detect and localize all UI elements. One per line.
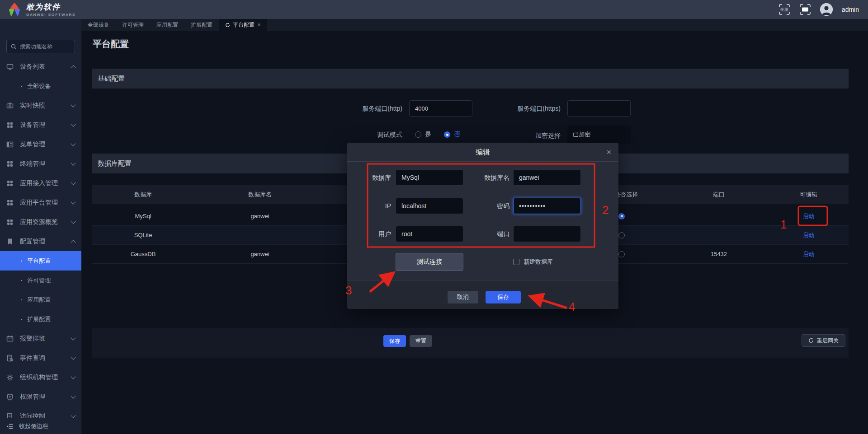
sidebar-item-app-platform-management[interactable]: 应用平台管理	[0, 193, 81, 212]
radio-unselected-icon	[415, 131, 421, 138]
col-header-db: 数据库	[92, 191, 194, 199]
checkbox-unchecked-icon	[513, 259, 519, 265]
sidebar-item-menu-management[interactable]: 菜单管理	[0, 135, 81, 154]
fullscreen-icon[interactable]: 全屏	[778, 4, 790, 15]
sidebar-item-realtime-snapshot[interactable]: 实时快照	[0, 96, 81, 115]
sidebar-item-alarm-schedule[interactable]: 报警排班	[0, 329, 81, 348]
sidebar-item-permission-management[interactable]: 权限管理	[0, 387, 81, 406]
dialog-save-button[interactable]: 保存	[486, 291, 521, 303]
collapse-sidebar-button[interactable]: 收起侧边栏	[0, 418, 81, 434]
grid-icon	[6, 219, 14, 226]
sidebar-menu: 设备列表 全部设备 实时快照 设备管理 菜单管理 终端管理 应用接入管理 应用平…	[0, 57, 81, 426]
https-port-input[interactable]	[567, 100, 631, 117]
sidebar-item-device-list[interactable]: 设备列表	[0, 57, 81, 76]
col-header-editable: 可编辑	[769, 191, 849, 199]
monitor-icon	[6, 63, 14, 70]
encrypt-select-label: 加密选择	[470, 126, 561, 145]
db-field-input[interactable]	[396, 169, 463, 186]
test-connection-button[interactable]: 测试连接	[396, 253, 463, 271]
row-radio-selected-icon[interactable]	[618, 213, 625, 219]
radio-selected-icon	[444, 131, 450, 138]
dialog-title: 编辑	[347, 143, 618, 162]
chevron-down-icon	[71, 374, 75, 379]
db-field-label: 数据库	[350, 169, 391, 186]
restart-icon	[808, 338, 814, 343]
start-link[interactable]: 启动	[803, 213, 815, 219]
tab-bar: 全部设备 许可管理 应用配置 扩展配置 平台配置 ×	[81, 19, 868, 31]
brand-subtitle: GANWEI SOFTWARE	[26, 13, 76, 17]
debug-yes-radio[interactable]: 是	[415, 131, 431, 139]
save-button[interactable]: 保存	[383, 335, 406, 347]
search-input[interactable]	[20, 43, 71, 50]
tab-all-devices[interactable]: 全部设备	[81, 19, 116, 31]
tab-close-icon[interactable]: ×	[257, 19, 261, 31]
dialog-footer: 取消 保存	[347, 280, 618, 309]
sidebar-item-event-query[interactable]: 事件查询	[0, 348, 81, 368]
sidebar-item-config-management[interactable]: 配置管理	[0, 232, 81, 251]
person-icon	[820, 3, 833, 16]
username[interactable]: admin	[842, 6, 859, 13]
chevron-up-icon	[71, 65, 75, 70]
cancel-button[interactable]: 取消	[448, 291, 478, 303]
chevron-down-icon	[71, 180, 75, 185]
ip-field-input[interactable]	[396, 198, 463, 214]
sidebar: 设备列表 全部设备 实时快照 设备管理 菜单管理 终端管理 应用接入管理 应用平…	[0, 19, 81, 434]
https-port-label: 服务端口(https)	[470, 100, 561, 117]
calendar-icon	[6, 335, 14, 342]
screen-frame-icon	[799, 4, 811, 15]
sidebar-item-app-resource-overview[interactable]: 应用资源概览	[0, 212, 81, 232]
brand-name: 敢为软件	[26, 2, 76, 12]
row-radio-icon[interactable]	[618, 251, 625, 257]
sidebar-item-org-management[interactable]: 组织机构管理	[0, 368, 81, 387]
sidebar-item-all-devices[interactable]: 全部设备	[0, 76, 81, 96]
bookmark-icon	[6, 238, 14, 245]
sidebar-item-app-config[interactable]: 应用配置	[0, 290, 81, 309]
grid-icon	[6, 180, 14, 187]
user-field-label: 用户	[350, 226, 391, 242]
start-link[interactable]: 启动	[803, 251, 815, 257]
ganwei-logo-icon	[6, 2, 23, 17]
edit-dialog: 编辑 × 数据库 数据库名 IP 密码 用户 端口 测试连接 新建数据库 取消 …	[347, 143, 618, 309]
start-link[interactable]: 启动	[803, 232, 815, 238]
chevron-up-icon	[71, 240, 75, 245]
sidebar-search[interactable]	[6, 40, 75, 53]
reset-button[interactable]: 重置	[410, 335, 432, 347]
search-icon	[11, 44, 17, 50]
gear-icon	[6, 374, 14, 381]
debug-no-radio[interactable]: 否	[444, 131, 460, 139]
sidebar-item-terminal-management[interactable]: 终端管理	[0, 154, 81, 173]
http-port-label: 服务端口(http)	[312, 100, 402, 117]
new-database-checkbox[interactable]: 新建数据库	[513, 256, 553, 268]
fullscreen-label: 全屏	[778, 4, 790, 15]
sidebar-item-device-management[interactable]: 设备管理	[0, 115, 81, 135]
encrypt-select[interactable]: 已加密	[567, 126, 631, 144]
tab-license-management[interactable]: 许可管理	[116, 19, 150, 31]
row-radio-icon[interactable]	[618, 232, 625, 238]
restart-gateway-button[interactable]: 重启网关	[802, 334, 845, 347]
refresh-icon[interactable]	[225, 23, 230, 28]
http-port-input[interactable]	[409, 100, 472, 117]
user-field-input[interactable]	[396, 226, 463, 242]
chevron-down-icon	[71, 335, 75, 340]
dialog-close-icon[interactable]: ×	[606, 143, 611, 162]
chevron-down-icon	[71, 355, 75, 359]
sidebar-item-license-management[interactable]: 许可管理	[0, 271, 81, 290]
chevron-down-icon	[71, 141, 75, 146]
password-field-input[interactable]	[513, 198, 581, 214]
col-header-port: 端口	[669, 191, 769, 199]
port-field-input[interactable]	[513, 226, 581, 242]
collapse-label: 收起侧边栏	[19, 422, 48, 430]
tab-extension-config[interactable]: 扩展配置	[184, 19, 219, 31]
sidebar-item-platform-config[interactable]: 平台配置	[0, 251, 81, 271]
user-avatar[interactable]	[820, 3, 833, 16]
dbname-field-input[interactable]	[513, 169, 581, 186]
page-footer: 保存 重置 重启网关	[92, 328, 849, 358]
tab-platform-config[interactable]: 平台配置 ×	[219, 19, 267, 31]
document-search-icon	[6, 355, 14, 362]
tab-app-config[interactable]: 应用配置	[150, 19, 184, 31]
menu-table-icon	[6, 141, 14, 148]
screen-capture-icon[interactable]	[799, 4, 811, 15]
sidebar-item-extension-config[interactable]: 扩展配置	[0, 309, 81, 329]
grid-icon	[6, 199, 14, 206]
sidebar-item-app-access-management[interactable]: 应用接入管理	[0, 173, 81, 193]
